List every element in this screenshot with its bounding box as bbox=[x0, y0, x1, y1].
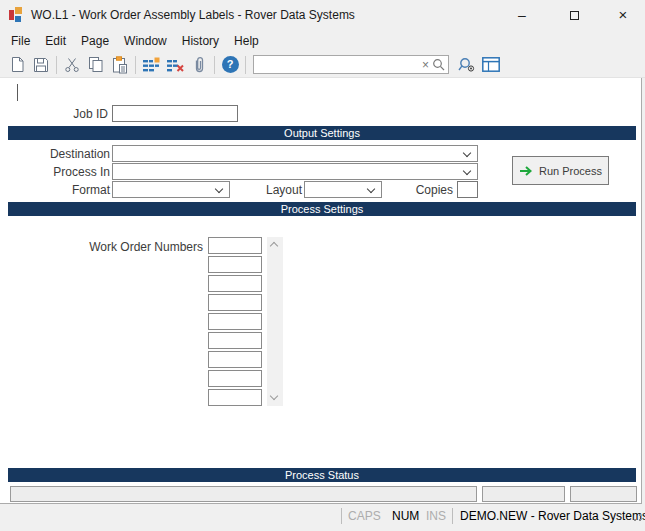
copies-input[interactable] bbox=[457, 181, 478, 198]
work-order-number-input[interactable] bbox=[208, 275, 262, 292]
menu-window[interactable]: Window bbox=[124, 34, 167, 48]
chevron-down-icon bbox=[215, 185, 223, 193]
find-records-button[interactable] bbox=[455, 54, 479, 76]
status-field-main bbox=[10, 486, 477, 502]
format-label: Format bbox=[0, 183, 110, 197]
work-order-number-input[interactable] bbox=[208, 370, 262, 387]
search-input[interactable] bbox=[257, 59, 419, 71]
save-icon bbox=[33, 57, 49, 73]
layout-view-button[interactable] bbox=[479, 54, 503, 76]
status-field-tertiary bbox=[570, 486, 637, 502]
maximize-button[interactable] bbox=[557, 0, 591, 30]
session-context: DEMO.NEW - Rover Data Systems bbox=[460, 509, 645, 523]
process-status-header: Process Status bbox=[8, 468, 636, 482]
new-document-button[interactable] bbox=[5, 54, 29, 76]
find-records-icon bbox=[458, 57, 476, 72]
work-order-scrollbar[interactable] bbox=[267, 237, 283, 406]
status-field-secondary bbox=[482, 486, 565, 502]
status-bar: CAPS NUM INS DEMO.NEW - Rover Data Syste… bbox=[0, 505, 645, 527]
work-order-number-input[interactable] bbox=[208, 332, 262, 349]
work-order-number-input[interactable] bbox=[208, 256, 262, 273]
copy-icon bbox=[88, 56, 104, 73]
layout-view-icon bbox=[482, 57, 500, 72]
statusbar-separator bbox=[341, 508, 342, 524]
copies-label: Copies bbox=[400, 183, 453, 197]
menu-file[interactable]: File bbox=[11, 34, 30, 48]
app-icon bbox=[9, 7, 25, 23]
chevron-down-icon bbox=[367, 185, 375, 193]
attachment-button[interactable] bbox=[187, 54, 211, 76]
window-title: WO.L1 - Work Order Assembly Labels - Rov… bbox=[31, 8, 355, 22]
chevron-down-icon bbox=[463, 149, 471, 157]
work-order-numbers-label: Work Order Numbers bbox=[0, 240, 203, 254]
paste-button[interactable] bbox=[108, 54, 132, 76]
toolbar-separator bbox=[135, 56, 136, 74]
layout-label: Layout bbox=[240, 183, 302, 197]
minimize-button[interactable]: – bbox=[505, 0, 539, 30]
num-indicator: NUM bbox=[392, 509, 419, 523]
insert-rows-button[interactable] bbox=[139, 54, 163, 76]
format-select[interactable] bbox=[112, 181, 230, 198]
process-settings-header: Process Settings bbox=[8, 202, 636, 216]
menu-bar: File Edit Page Window History Help bbox=[0, 30, 645, 52]
job-id-label: Job ID bbox=[0, 107, 108, 121]
search-box[interactable]: × bbox=[253, 55, 449, 74]
menu-edit[interactable]: Edit bbox=[45, 34, 66, 48]
work-order-number-input[interactable] bbox=[208, 237, 262, 254]
maximize-icon bbox=[570, 11, 579, 20]
work-order-number-input[interactable] bbox=[208, 351, 262, 368]
toolbar-separator bbox=[214, 56, 215, 74]
text-caret bbox=[17, 84, 18, 101]
delete-rows-button[interactable] bbox=[163, 54, 187, 76]
work-order-numbers-list bbox=[208, 237, 262, 406]
statusbar-separator bbox=[452, 508, 453, 524]
search-icon[interactable] bbox=[432, 58, 445, 71]
process-in-select[interactable] bbox=[112, 163, 478, 180]
job-id-input[interactable] bbox=[112, 105, 238, 122]
work-order-number-input[interactable] bbox=[208, 313, 262, 330]
new-document-icon bbox=[10, 56, 25, 73]
close-button[interactable]: × bbox=[606, 0, 640, 30]
save-button[interactable] bbox=[29, 54, 53, 76]
chevron-down-icon bbox=[463, 167, 471, 175]
toolbar-separator bbox=[56, 56, 57, 74]
cut-button[interactable] bbox=[60, 54, 84, 76]
run-arrow-icon bbox=[519, 165, 533, 177]
destination-select[interactable] bbox=[112, 145, 478, 162]
layout-select[interactable] bbox=[304, 181, 382, 198]
scroll-down-icon[interactable] bbox=[270, 392, 278, 400]
toolbar: ? × bbox=[0, 52, 645, 78]
work-order-number-input[interactable] bbox=[208, 389, 262, 406]
cut-icon bbox=[64, 57, 80, 73]
title-bar: WO.L1 - Work Order Assembly Labels - Rov… bbox=[0, 0, 645, 30]
copy-button[interactable] bbox=[84, 54, 108, 76]
destination-label: Destination bbox=[0, 147, 110, 161]
delete-rows-icon bbox=[166, 57, 184, 72]
form-area: Job ID Output Settings Destination Proce… bbox=[0, 78, 642, 504]
toolbar-separator bbox=[245, 56, 246, 74]
menu-help[interactable]: Help bbox=[234, 34, 259, 48]
run-process-button[interactable]: Run Process bbox=[512, 156, 609, 185]
menu-page[interactable]: Page bbox=[81, 34, 109, 48]
paste-icon bbox=[112, 56, 128, 74]
search-clear-icon[interactable]: × bbox=[419, 59, 432, 71]
ins-indicator: INS bbox=[426, 509, 446, 523]
help-button[interactable]: ? bbox=[218, 54, 242, 76]
help-icon: ? bbox=[222, 56, 239, 73]
work-order-number-input[interactable] bbox=[208, 294, 262, 311]
caps-indicator: CAPS bbox=[348, 509, 381, 523]
insert-rows-icon bbox=[142, 57, 160, 72]
process-in-label: Process In bbox=[0, 165, 110, 179]
output-settings-header: Output Settings bbox=[8, 126, 636, 140]
menu-history[interactable]: History bbox=[182, 34, 219, 48]
paperclip-icon bbox=[193, 56, 206, 74]
scroll-up-icon[interactable] bbox=[270, 242, 278, 250]
